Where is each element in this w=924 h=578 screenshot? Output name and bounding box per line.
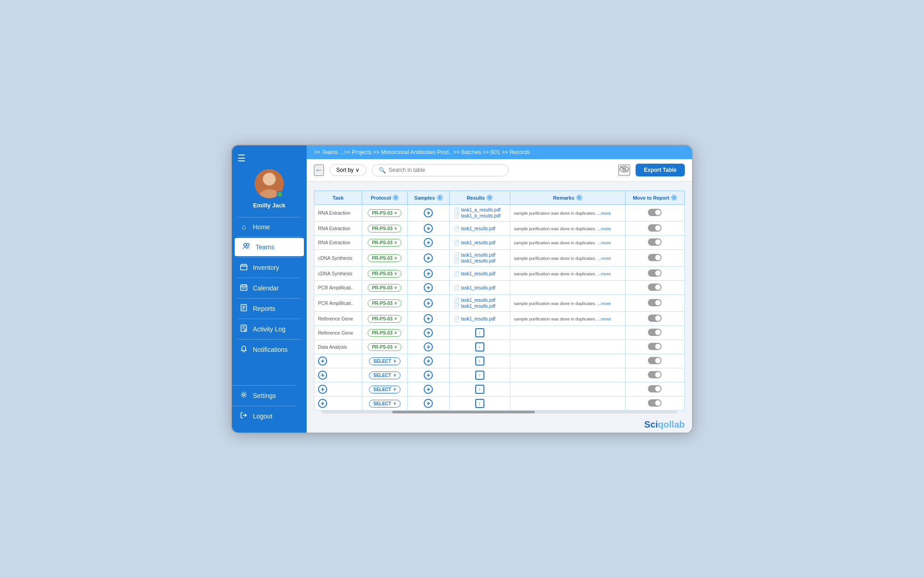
sidebar-item-calendar[interactable]: Calendar [232, 279, 307, 297]
move-to-report-toggle[interactable] [648, 224, 662, 232]
move-to-report-toggle[interactable] [648, 284, 662, 291]
remarks-info-icon: i [576, 195, 582, 201]
move-to-report-toggle[interactable] [648, 357, 662, 364]
remarks-more-link[interactable]: ...more [596, 301, 611, 306]
add-sample-button[interactable]: + [424, 269, 433, 278]
protocol-tag[interactable]: PR-PS-03 ∨ [368, 284, 401, 292]
move-to-report-toggle[interactable] [648, 385, 662, 392]
protocol-tag[interactable]: SELECT ∨ [369, 386, 400, 393]
sidebar-bottom: Settings Logout [232, 384, 307, 433]
remarks-more-link[interactable]: ...more [596, 226, 611, 231]
add-sample-button[interactable]: + [424, 208, 433, 217]
hide-columns-button[interactable] [618, 165, 630, 176]
brand-sci: Sci [644, 419, 658, 429]
add-sample-button[interactable]: + [424, 328, 433, 337]
protocol-tag[interactable]: PR-PS-03 ∨ [368, 225, 401, 232]
search-box: 🔍 [372, 164, 508, 176]
hamburger-menu[interactable]: ☰ [237, 153, 246, 164]
activity-log-icon [239, 325, 248, 334]
sidebar-item-notifications[interactable]: Notifications [232, 341, 307, 359]
sidebar-item-activity-log[interactable]: Activity Log [232, 320, 307, 338]
protocol-tag[interactable]: SELECT ∨ [369, 372, 400, 379]
move-to-report-toggle[interactable] [648, 269, 662, 277]
remarks-more-link[interactable]: ...more [596, 271, 611, 276]
add-task-button[interactable]: + [318, 385, 327, 394]
sidebar-item-inventory[interactable]: Inventory [232, 258, 307, 277]
protocol-tag[interactable]: PR-PS-03 ∨ [368, 239, 401, 247]
move-to-report-toggle[interactable] [648, 315, 662, 322]
add-sample-button[interactable]: + [424, 283, 433, 292]
add-sample-button[interactable]: + [424, 238, 433, 247]
protocol-tag[interactable]: PR-PS-03 ∨ [368, 270, 401, 278]
protocol-tag[interactable]: SELECT ∨ [369, 357, 400, 365]
move-to-report-toggle[interactable] [648, 299, 662, 306]
add-sample-button[interactable]: + [424, 299, 433, 308]
protocol-tag[interactable]: SELECT ∨ [369, 400, 400, 408]
move-to-report-toggle[interactable] [648, 329, 662, 336]
sidebar-item-logout[interactable]: Logout [232, 407, 307, 425]
samples-cell: + [408, 250, 450, 267]
move-to-report-toggle[interactable] [648, 209, 662, 216]
move-to-report-toggle[interactable] [648, 254, 662, 261]
search-input[interactable] [389, 167, 502, 173]
protocol-tag[interactable]: PR-PS-03 ∨ [368, 329, 401, 337]
add-sample-button[interactable]: + [424, 385, 433, 394]
sort-by-button[interactable]: Sort by ∨ [329, 164, 366, 176]
remarks-text: sample purification was done in duplicat… [514, 316, 621, 321]
result-file-link[interactable]: 📄task1_results.pdf [453, 252, 506, 258]
protocol-tag[interactable]: PR-PS-03 ∨ [368, 254, 401, 262]
remarks-more-link[interactable]: ...more [596, 256, 611, 261]
result-file-link[interactable]: 📄task1_results.pdf [453, 316, 506, 322]
sidebar-item-reports[interactable]: Reports [232, 299, 307, 318]
add-sample-button[interactable]: + [424, 224, 433, 233]
add-sample-button[interactable]: + [424, 253, 433, 263]
move-to-report-toggle[interactable] [648, 343, 662, 350]
sidebar-item-reports-label: Reports [253, 305, 275, 312]
protocol-tag[interactable]: PR-PS-03 ∨ [368, 299, 401, 307]
remarks-more-link[interactable]: ...more [596, 316, 611, 321]
add-sample-button[interactable]: + [424, 399, 433, 408]
protocol-cell: PR-PS-03 ∨ [362, 326, 407, 340]
move-to-report-toggle[interactable] [648, 371, 662, 378]
sidebar-item-settings[interactable]: Settings [232, 387, 307, 405]
result-file-link[interactable]: 📄task1_results.pdf [453, 285, 506, 291]
upload-button[interactable]: ↑ [475, 371, 484, 380]
protocol-tag[interactable]: PR-PS-03 ∨ [368, 343, 401, 351]
add-task-button[interactable]: + [318, 356, 327, 366]
svg-rect-7 [242, 288, 243, 289]
protocol-chevron-icon: ∨ [393, 373, 396, 377]
remarks-more-link[interactable]: ...more [596, 240, 611, 245]
export-table-button[interactable]: Export Table [636, 164, 685, 176]
remarks-cell: sample purification was done in duplicat… [510, 295, 625, 312]
add-sample-button[interactable]: + [424, 342, 433, 351]
upload-button[interactable]: ↑ [475, 385, 484, 394]
result-file-link[interactable]: 📄task1_results.pdf [453, 240, 506, 246]
result-file-link[interactable]: 📄task1_results.pdf [453, 303, 506, 309]
result-file-link[interactable]: 📄task1_results.pdf [453, 226, 506, 232]
add-sample-button[interactable]: + [424, 356, 433, 366]
sidebar-item-home[interactable]: ⌂ Home [232, 218, 307, 236]
upload-button[interactable]: ↑ [475, 399, 484, 408]
protocol-cell: SELECT ∨ [362, 397, 407, 411]
add-sample-button[interactable]: + [424, 371, 433, 380]
result-file-link[interactable]: 📄task1_results.pdf [453, 297, 506, 303]
back-button[interactable]: ← [314, 165, 324, 176]
result-file-link[interactable]: 📄task1_results.pdf [453, 271, 506, 277]
upload-button[interactable]: ↑ [475, 342, 484, 351]
result-file-link[interactable]: 📄task1_results.pdf [453, 258, 506, 264]
result-file-link[interactable]: 📄task1_a_results.pdf [453, 207, 506, 213]
upload-button[interactable]: ↑ [475, 356, 484, 366]
add-sample-button[interactable]: + [424, 314, 433, 323]
move-to-report-toggle[interactable] [648, 238, 662, 246]
add-task-button[interactable]: + [318, 399, 327, 408]
move-to-report-toggle[interactable] [648, 399, 662, 407]
sidebar-item-teams[interactable]: Teams [235, 238, 304, 256]
protocol-tag[interactable]: PR-PS-03 ∨ [368, 209, 401, 217]
result-file-link[interactable]: 📄task1_b_results.pdf [453, 213, 506, 219]
remarks-more-link[interactable]: ...more [596, 211, 611, 216]
horizontal-scrollbar[interactable] [321, 411, 678, 413]
add-task-button[interactable]: + [318, 371, 327, 380]
protocol-tag[interactable]: PR-PS-03 ∨ [368, 315, 401, 323]
upload-button[interactable]: ↑ [475, 328, 484, 337]
protocol-cell: PR-PS-03 ∨ [362, 236, 407, 250]
